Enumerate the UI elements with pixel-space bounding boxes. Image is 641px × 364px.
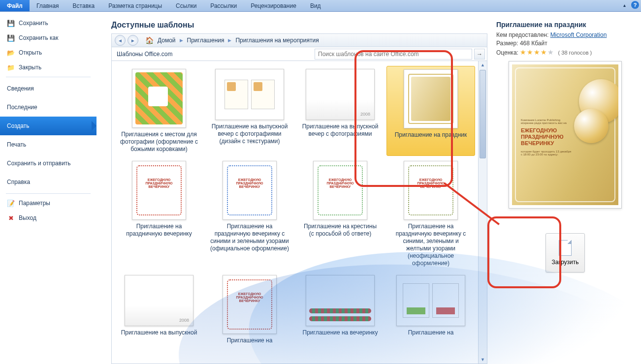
nav-back-button[interactable]: ◄ [115,35,126,46]
preview-size: Размер: 468 Кбайт [496,40,634,47]
template-tile[interactable]: ЕЖЕГОДНУЮПРАЗДНИЧНУЮВЕЧЕРИНКУПриглашение… [386,158,475,270]
sidebar-item-label: Параметры [19,200,50,207]
sidebar-item-recent[interactable]: Последние [0,98,96,117]
sidebar-item-label: Сохранить [19,20,48,27]
breadcrumb-item[interactable]: Приглашения на мероприятия [233,37,320,44]
template-label: Приглашения с местом для фотографии (офо… [120,131,198,153]
template-thumbnail [306,275,375,326]
template-thumbnail [396,275,465,326]
sidebar-item-label: Печать [7,141,26,148]
template-tile[interactable]: 2008Приглашение на выпускной вечер с фот… [296,66,385,156]
template-thumbnail [404,69,458,128]
sidebar-item-label: Последние [7,104,37,111]
sidebar-item-label: Закрыть [19,64,41,71]
preview-thumbnail: Компания Lucerne Publishingискренне рада… [509,61,622,209]
template-tile[interactable]: Приглашение на праздник [386,66,475,156]
sidebar-item-info[interactable]: Сведения [0,79,96,98]
backstage-sidebar: 💾 Сохранить 💾 Сохранить как 📂 Открыть 📁 … [0,12,96,364]
template-tile[interactable]: ЕЖЕГОДНУЮПРАЗДНИЧНУЮВЕЧЕРИНКУПриглашение… [205,272,294,347]
section-title: Доступные шаблоны [111,21,487,30]
ribbon-tab-references[interactable]: Ссылки [169,0,203,11]
ribbon-tab-insert[interactable]: Вставка [66,0,102,11]
scroll-up-icon[interactable]: ▲ [479,61,487,69]
template-label: Приглашение на праздничную вечеринку с с… [391,223,470,267]
download-button[interactable]: Загрузить [545,233,585,273]
document-icon [559,240,572,256]
chevron-right-icon: ▶ [180,38,183,43]
template-label: Приглашение на праздничную вечеринку [120,223,198,238]
sidebar-item-share[interactable]: Сохранить и отправить [0,154,96,173]
template-label: Приглашение на крестины (с просьбой об о… [301,223,380,238]
sidebar-item-open[interactable]: 📂 Открыть [0,45,96,60]
template-tile[interactable]: ЕЖЕГОДНУЮПРАЗДНИЧНУЮВЕЧЕРИНКУПриглашение… [205,158,294,270]
ribbon-tab-layout[interactable]: Разметка страницы [101,0,169,11]
exit-icon: ✖ [7,214,15,222]
sidebar-item-label: Сохранить и отправить [7,160,71,167]
search-go-button[interactable]: → [474,49,485,60]
template-label: Приглашение на вечеринку [303,329,378,336]
template-gallery: Приглашения с местом для фотографии (офо… [112,61,478,364]
sidebar-item-exit[interactable]: ✖ Выход [0,211,96,225]
scroll-down-icon[interactable]: ▼ [479,356,487,364]
scrollbar-thumb[interactable] [480,70,486,158]
options-icon: 📝 [7,199,15,207]
close-icon: 📁 [7,63,15,71]
provider-link[interactable]: Microsoft Corporation [550,31,607,38]
template-label: Приглашение на выпускной [121,329,197,336]
search-label: Шаблоны Office.com [112,51,178,58]
sidebar-item-options[interactable]: 📝 Параметры [0,196,96,211]
sidebar-item-print[interactable]: Печать [0,135,96,154]
template-tile[interactable]: Приглашение на вечеринку [296,272,385,347]
ribbon: Файл Главная Вставка Разметка страницы С… [0,0,641,12]
home-icon[interactable]: 🏠 [145,36,154,44]
template-thumbnail: 2008 [306,69,375,120]
sidebar-item-new[interactable]: Создать [0,117,96,135]
template-tile[interactable]: Приглашение на выпускной вечер с фотогра… [205,66,294,156]
template-thumbnail: 2008 [125,275,193,326]
sidebar-item-label: Сохранить как [19,34,58,41]
template-tile[interactable]: ЕЖЕГОДНУЮПРАЗДНИЧНУЮВЕЧЕРИНКУПриглашение… [296,158,385,270]
download-label: Загрузить [552,259,579,266]
ribbon-tab-mailings[interactable]: Рассылки [203,0,244,11]
saveas-icon: 💾 [7,34,15,42]
ribbon-tab-home[interactable]: Главная [30,0,66,11]
preview-provider: Кем предоставлен: Microsoft Corporation [496,31,634,38]
template-tile[interactable]: ЕЖЕГОДНУЮПРАЗДНИЧНУЮВЕЧЕРИНКУПриглашение… [115,158,203,270]
breadcrumb-item[interactable]: Домой [156,37,178,44]
breadcrumb-item[interactable]: Приглашения [185,37,226,44]
template-thumbnail: ЕЖЕГОДНУЮПРАЗДНИЧНУЮВЕЧЕРИНКУ [223,161,277,220]
nav-forward-button[interactable]: ► [128,35,138,46]
ribbon-tab-review[interactable]: Рецензирование [244,0,303,11]
divider [6,193,91,194]
save-icon: 💾 [7,19,15,27]
preview-title: Приглашение на праздник [496,21,634,29]
file-tab[interactable]: Файл [0,0,30,11]
template-thumbnail [215,69,284,120]
sidebar-item-label: Выход [19,214,36,221]
vote-count: ( 38 голосов ) [558,50,592,56]
template-label: Приглашение на выпускной вечер с фотогра… [301,123,380,138]
sidebar-item-help[interactable]: Справка [0,173,96,191]
template-thumbnail: ЕЖЕГОДНУЮПРАЗДНИЧНУЮВЕЧЕРИНКУ [313,161,367,220]
template-thumbnail [132,69,186,128]
search-bar: Шаблоны Office.com → [111,47,487,61]
template-thumbnail: ЕЖЕГОДНУЮПРАЗДНИЧНУЮВЕЧЕРИНКУ [223,275,277,334]
template-tile[interactable]: Приглашения с местом для фотографии (офо… [115,66,203,156]
help-icon[interactable]: ? [631,1,639,9]
sidebar-item-label: Создать [7,122,30,129]
divider [6,77,91,77]
template-tile[interactable]: 2008Приглашение на выпускной [115,272,203,347]
sidebar-item-close[interactable]: 📁 Закрыть [0,60,96,75]
minimize-ribbon-icon[interactable]: ▴ [620,1,628,9]
sidebar-item-label: Справка [7,179,30,185]
search-input[interactable] [315,49,472,60]
template-label: Приглашение на [408,329,454,336]
template-tile[interactable]: Приглашение на [386,272,475,347]
template-label: Приглашение на праздничную вечеринку с с… [210,223,289,252]
sidebar-item-label: Открыть [19,49,42,56]
sidebar-item-saveas[interactable]: 💾 Сохранить как [0,30,96,45]
ribbon-tab-view[interactable]: Вид [303,0,328,11]
template-label: Приглашение на выпускной вечер с фотогра… [210,123,289,145]
breadcrumb: ◄ ► 🏠 Домой ▶ Приглашения ▶ Приглашения … [111,33,487,47]
sidebar-item-save[interactable]: 💾 Сохранить [0,16,96,30]
